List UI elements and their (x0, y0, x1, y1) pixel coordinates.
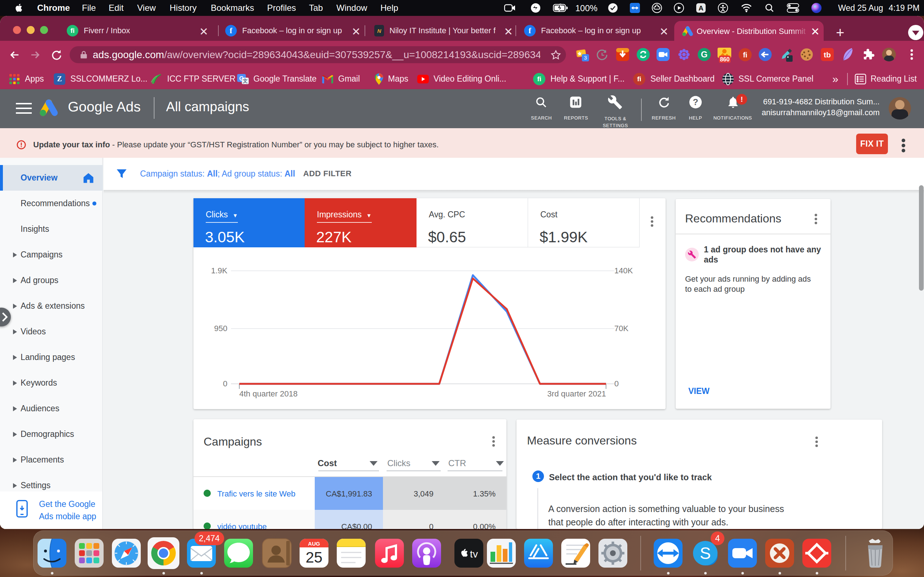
svg-text:?: ? (693, 97, 698, 107)
svg-text:S: S (700, 544, 711, 562)
svg-text:25: 25 (306, 549, 323, 566)
svg-text:fi: fi (743, 51, 747, 59)
svg-text:tv: tv (470, 548, 478, 560)
svg-text:860: 860 (720, 56, 730, 63)
svg-text:AUG: AUG (308, 540, 320, 547)
svg-text:文: 文 (243, 78, 248, 84)
svg-text:G: G (701, 50, 708, 59)
svg-text:3: 3 (584, 55, 587, 61)
svg-text:tb: tb (824, 50, 831, 59)
svg-text:A: A (698, 4, 704, 12)
